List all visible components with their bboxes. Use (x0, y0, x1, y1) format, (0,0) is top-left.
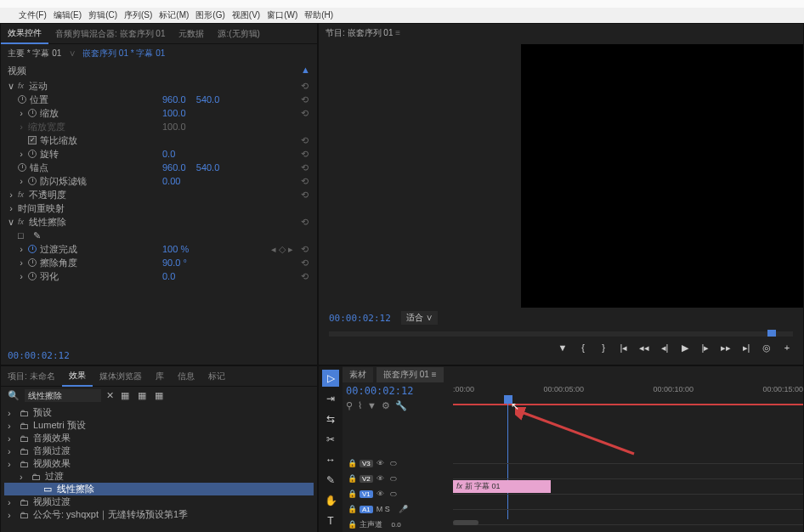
output-icon[interactable]: ⬭ (390, 490, 397, 499)
opacity-group[interactable]: 不透明度 (29, 189, 66, 201)
tab-audio-mixer[interactable]: 音频剪辑混合器: 嵌套序列 01 (48, 25, 172, 43)
pen-icon[interactable]: ✎ (33, 230, 41, 241)
stopwatch-icon[interactable] (18, 95, 26, 104)
out-point-button[interactable]: } (597, 342, 609, 354)
tab-project[interactable]: 项目: 未命名 (1, 367, 62, 386)
linear-wipe-group[interactable]: 线性擦除 (29, 216, 66, 229)
disclosure-triangle-icon[interactable]: › (8, 433, 16, 444)
disclosure-triangle-icon[interactable]: › (8, 408, 16, 418)
stopwatch-icon[interactable] (18, 163, 26, 172)
hand-tool[interactable]: ✋ (322, 492, 339, 509)
out-point-marker[interactable] (767, 330, 776, 337)
disclosure-triangle-icon[interactable]: › (8, 446, 16, 456)
snap-icon[interactable]: ⚲ (346, 400, 353, 411)
lock-icon[interactable]: 🔒 (348, 505, 356, 513)
mask-box-icon[interactable]: □ (18, 230, 24, 241)
program-view[interactable] (521, 44, 803, 308)
antiflicker-value[interactable]: 0.00 (162, 176, 310, 186)
timeremap-group[interactable]: 时间重映射 (18, 202, 65, 215)
stopwatch-icon[interactable] (28, 109, 37, 117)
anchor-value[interactable]: 960.0 540.0 (162, 162, 310, 173)
folder-item[interactable]: ›🗀音频过渡 (4, 444, 314, 457)
stopwatch-icon[interactable] (28, 258, 37, 267)
output-icon[interactable]: ⬭ (390, 459, 397, 468)
filter-icon[interactable]: ▦ (136, 390, 148, 402)
tab-effect-controls[interactable]: 效果控件 (1, 24, 48, 44)
folder-item[interactable]: ›🗀音频效果 (4, 432, 314, 444)
settings-icon[interactable]: ⚙ (382, 400, 390, 411)
menu-help[interactable]: 帮助(H) (303, 9, 335, 21)
play-button[interactable]: ▶ (679, 342, 691, 354)
marker-icon[interactable]: ▼ (367, 400, 377, 411)
step-back-button[interactable]: ◂◂ (638, 342, 650, 354)
settings-button[interactable]: + (781, 342, 793, 354)
stopwatch-icon[interactable] (28, 177, 37, 185)
menu-edit[interactable]: 编辑(E) (52, 9, 83, 21)
razor-tool[interactable]: ✂ (322, 431, 339, 448)
tab-library[interactable]: 库 (149, 367, 171, 386)
menu-graphics[interactable]: 图形(G) (194, 9, 226, 21)
selection-tool[interactable]: ▷ (322, 370, 339, 387)
rotation-value[interactable]: 0.0 (162, 149, 310, 159)
folder-item[interactable]: ›🗀预设 (4, 406, 314, 419)
angle-value[interactable]: 90.0 ° (162, 258, 310, 268)
timeline-timecode[interactable]: 00:00:02:12 (343, 383, 453, 399)
timeline-ruler[interactable]: :00:00 00:00:05:00 00:00:10:00 00:00:15:… (453, 383, 803, 409)
clip-subtitle[interactable]: fx 新 字幕 01 (453, 480, 551, 493)
tab-metadata[interactable]: 元数据 (172, 25, 211, 43)
in-point-button[interactable]: { (577, 342, 589, 354)
scale-value[interactable]: 100.0 (162, 108, 310, 118)
tab-media-browser[interactable]: 媒体浏览器 (93, 367, 149, 386)
ec-timecode[interactable]: 00:00:02:12 (8, 350, 70, 361)
export-frame-button[interactable]: ◎ (761, 342, 773, 354)
menu-file[interactable]: 文件(F) (17, 9, 48, 21)
track-v1[interactable] (453, 494, 803, 495)
timeline-zoom-scroll[interactable] (453, 520, 795, 529)
position-value[interactable]: 960.0 540.0 (162, 94, 310, 105)
menu-view[interactable]: 视图(V) (230, 9, 262, 21)
motion-group[interactable]: 运动 (29, 80, 48, 93)
tab-markers[interactable]: 标记 (201, 367, 232, 386)
folder-item[interactable]: ›🗀公众号: yshqxpt｜无缝转场预设第1季 (4, 508, 314, 521)
folder-item[interactable]: ›🗀视频效果 (4, 457, 314, 470)
mute-solo[interactable]: M S (377, 505, 390, 513)
eye-icon[interactable]: 👁 (377, 459, 387, 467)
timeline-tab-nested[interactable]: 嵌套序列 01 ≡ (377, 367, 444, 382)
disclosure-triangle-icon[interactable]: › (8, 459, 16, 469)
effect-item[interactable]: ▭线性擦除 (4, 483, 314, 495)
filter-icon[interactable]: ▦ (119, 390, 131, 402)
frame-back-button[interactable]: ◂| (659, 342, 671, 354)
program-scrubber[interactable] (329, 331, 793, 337)
uniform-checkbox[interactable]: ✓ (28, 136, 37, 144)
lock-icon[interactable]: 🔒 (348, 474, 356, 483)
menu-marker[interactable]: 标记(M) (157, 9, 190, 21)
disclosure-triangle-icon[interactable]: › (8, 421, 16, 431)
menu-window[interactable]: 窗口(W) (265, 9, 299, 21)
lock-icon[interactable]: 🔒 (348, 520, 356, 529)
output-icon[interactable]: ⬭ (390, 474, 397, 484)
eye-icon[interactable]: 👁 (377, 474, 387, 483)
filter-icon[interactable]: ▦ (153, 390, 165, 402)
stopwatch-icon[interactable] (28, 245, 37, 253)
program-timecode[interactable]: 00:00:02:12 (329, 313, 391, 324)
timeline-tab-source[interactable]: 素材 (343, 367, 373, 382)
track-label-v1[interactable]: V1 (360, 490, 373, 498)
search-input[interactable] (25, 389, 101, 402)
menu-clip[interactable]: 剪辑(C) (87, 9, 119, 21)
tab-info[interactable]: 信息 (171, 367, 201, 386)
track-v3[interactable] (453, 463, 803, 464)
disclosure-triangle-icon[interactable]: › (8, 510, 16, 520)
type-tool[interactable]: T (322, 512, 339, 529)
clear-search-icon[interactable]: ✕ (106, 390, 114, 401)
eye-icon[interactable]: 👁 (377, 490, 387, 498)
fit-dropdown[interactable]: 适合 ∨ (401, 311, 438, 325)
lock-icon[interactable]: 🔒 (348, 490, 356, 498)
track-label-a1[interactable]: A1 (360, 506, 373, 513)
pen-tool[interactable]: ✎ (322, 472, 339, 489)
folder-item[interactable]: ›🗀视频过渡 (4, 495, 314, 508)
go-to-out-button[interactable]: ▸| (740, 342, 752, 354)
mic-icon[interactable]: 🎤 (399, 505, 408, 513)
ripple-tool[interactable]: ⇆ (322, 410, 339, 427)
go-to-in-button[interactable]: |◂ (618, 342, 630, 354)
track-select-tool[interactable]: ⇥ (322, 390, 339, 407)
